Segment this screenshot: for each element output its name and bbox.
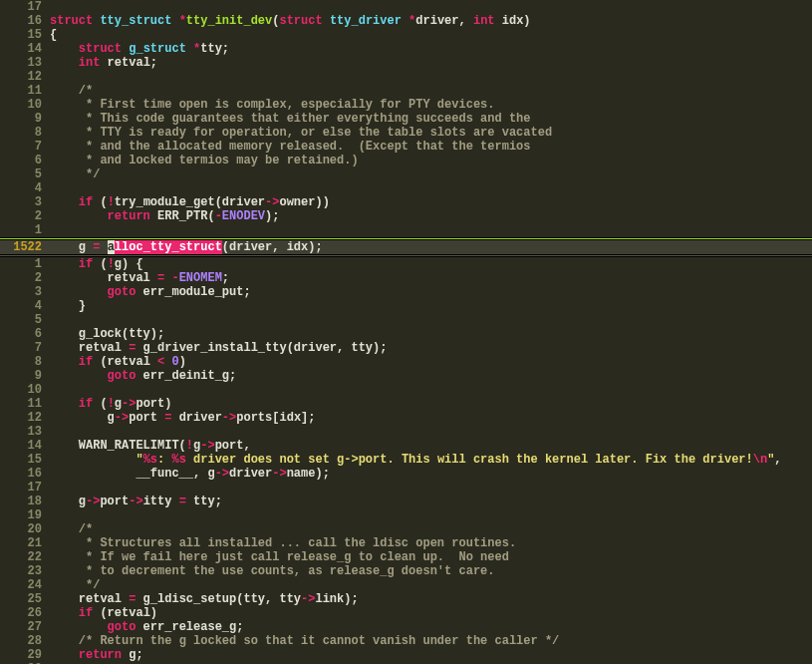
token-cmt: * to decrement the use counts, as releas… [79, 564, 495, 578]
code-line[interactable]: 26 if (retval) [0, 606, 812, 620]
code-content[interactable]: g->port = driver->ports[idx]; [50, 411, 812, 425]
code-line[interactable]: 15 "%s: %s driver does not set g->port. … [0, 453, 812, 467]
code-content[interactable]: */ [50, 578, 812, 592]
code-content[interactable]: * This code guarantees that either every… [50, 112, 812, 126]
code-content[interactable]: { [50, 28, 812, 42]
code-line[interactable]: 1522 g = alloc_tty_struct(driver, idx); [0, 240, 812, 254]
code-content[interactable]: } [50, 299, 812, 313]
code-line[interactable]: 5 [0, 313, 812, 327]
code-line[interactable]: 23 * to decrement the use counts, as rel… [0, 564, 812, 578]
code-content[interactable]: * TTY is ready for operation, or else th… [50, 126, 812, 140]
code-line[interactable]: 20 /* [0, 522, 812, 536]
code-content[interactable]: retval = g_ldisc_setup(tty, tty->link); [50, 592, 812, 606]
code-content[interactable]: /* Return the g locked so that it cannot… [50, 634, 812, 648]
code-line[interactable]: 28 /* Return the g locked so that it can… [0, 634, 812, 648]
code-content[interactable]: goto err_deinit_g; [50, 369, 812, 383]
code-line[interactable]: 10 [0, 383, 812, 397]
code-line[interactable]: 4 [0, 181, 812, 195]
code-line[interactable]: 17 [0, 0, 812, 14]
code-line[interactable]: 27 goto err_release_g; [0, 620, 812, 634]
code-content[interactable] [50, 0, 812, 14]
code-content[interactable] [50, 508, 812, 522]
code-content[interactable]: g_lock(tty); [50, 327, 812, 341]
code-line[interactable]: 11 /* [0, 84, 812, 98]
token-id [50, 536, 79, 550]
code-content[interactable]: struct g_struct *tty; [50, 42, 812, 56]
code-line[interactable]: 18 g->port->itty = tty; [0, 495, 812, 508]
code-content[interactable]: if (retval) [50, 606, 812, 620]
code-line[interactable]: 25 retval = g_ldisc_setup(tty, tty->link… [0, 592, 812, 606]
code-content[interactable]: return ERR_PTR(-ENODEV); [50, 209, 812, 223]
code-line[interactable]: 10 * First time open is complex, especia… [0, 98, 812, 112]
code-line[interactable]: 6 g_lock(tty); [0, 327, 812, 341]
token-id: g; [122, 648, 143, 662]
code-line[interactable]: 3 goto err_module_put; [0, 285, 812, 299]
code-line[interactable]: 14 WARN_RATELIMIT(!g->port, [0, 439, 812, 453]
code-content[interactable] [50, 181, 812, 195]
code-content[interactable]: if (!g->port) [50, 397, 812, 411]
code-content[interactable]: __func__, g->driver->name); [50, 467, 812, 481]
code-line[interactable]: 5 */ [0, 167, 812, 181]
token-id: g [115, 397, 122, 411]
code-line[interactable]: 6 * and locked termios may be retained.) [0, 154, 812, 167]
code-content[interactable]: retval = -ENOMEM; [50, 271, 812, 285]
code-line[interactable]: 3 if (!try_module_get(driver->owner)) [0, 195, 812, 209]
code-line[interactable]: 11 if (!g->port) [0, 397, 812, 411]
code-content[interactable]: * and the allocated memory released. (Ex… [50, 140, 812, 154]
code-line[interactable]: 19 [0, 508, 812, 522]
code-line[interactable]: 14 struct g_struct *tty; [0, 42, 812, 56]
code-content[interactable]: * First time open is complex, especially… [50, 98, 812, 112]
code-line[interactable]: 13 [0, 425, 812, 439]
code-content[interactable]: /* [50, 84, 812, 98]
code-content[interactable] [50, 481, 812, 495]
code-line[interactable]: 16 __func__, g->driver->name); [0, 467, 812, 481]
code-line[interactable]: 9 * This code guarantees that either eve… [0, 112, 812, 126]
code-content[interactable] [50, 313, 812, 327]
code-content[interactable]: * to decrement the use counts, as releas… [50, 564, 812, 578]
code-content[interactable]: g = alloc_tty_struct(driver, idx); [50, 240, 812, 254]
code-line[interactable]: 22 * If we fail here just call release_g… [0, 550, 812, 564]
code-line[interactable]: 7 * and the allocated memory released. (… [0, 140, 812, 154]
code-content[interactable]: if (!try_module_get(driver->owner)) [50, 195, 812, 209]
code-line[interactable]: 8 if (retval < 0) [0, 355, 812, 369]
code-line[interactable]: 15{ [0, 28, 812, 42]
code-content[interactable]: WARN_RATELIMIT(!g->port, [50, 439, 812, 453]
code-line[interactable]: 1 [0, 223, 812, 237]
code-content[interactable]: struct tty_struct *tty_init_dev(struct t… [50, 14, 812, 28]
code-content[interactable]: * Structures all installed ... call the … [50, 536, 812, 550]
code-content[interactable] [50, 70, 812, 84]
code-line[interactable]: 24 */ [0, 578, 812, 592]
code-line[interactable]: 7 retval = g_driver_install_tty(driver, … [0, 341, 812, 355]
code-content[interactable]: * If we fail here just call release_g to… [50, 550, 812, 564]
code-content[interactable]: return g; [50, 648, 812, 662]
code-editor[interactable]: 1716struct tty_struct *tty_init_dev(stru… [0, 0, 812, 664]
code-content[interactable]: goto err_module_put; [50, 285, 812, 299]
code-line[interactable]: 12 [0, 70, 812, 84]
code-line[interactable]: 13 int retval; [0, 56, 812, 70]
code-content[interactable]: retval = g_driver_install_tty(driver, tt… [50, 341, 812, 355]
code-content[interactable]: /* [50, 522, 812, 536]
code-content[interactable]: if (retval < 0) [50, 355, 812, 369]
code-content[interactable]: int retval; [50, 56, 812, 70]
code-line[interactable]: 1 if (!g) { [0, 257, 812, 271]
code-content[interactable]: goto err_release_g; [50, 620, 812, 634]
code-line[interactable]: 2 retval = -ENOMEM; [0, 271, 812, 285]
code-line[interactable]: 16struct tty_struct *tty_init_dev(struct… [0, 14, 812, 28]
code-content[interactable]: * and locked termios may be retained.) [50, 154, 812, 167]
code-content[interactable]: "%s: %s driver does not set g->port. Thi… [50, 453, 812, 467]
code-line[interactable]: 4 } [0, 299, 812, 313]
code-content[interactable]: */ [50, 167, 812, 181]
code-line[interactable]: 29 return g; [0, 648, 812, 662]
code-content[interactable] [50, 425, 812, 439]
code-content[interactable]: if (!g) { [50, 257, 812, 271]
code-content[interactable]: g->port->itty = tty; [50, 495, 812, 508]
token-op: * [179, 14, 186, 28]
code-content[interactable] [50, 383, 812, 397]
code-line[interactable]: 17 [0, 481, 812, 495]
code-line[interactable]: 2 return ERR_PTR(-ENODEV); [0, 209, 812, 223]
code-line[interactable]: 8 * TTY is ready for operation, or else … [0, 126, 812, 140]
code-line[interactable]: 12 g->port = driver->ports[idx]; [0, 411, 812, 425]
code-content[interactable] [50, 223, 812, 237]
code-line[interactable]: 9 goto err_deinit_g; [0, 369, 812, 383]
code-line[interactable]: 21 * Structures all installed ... call t… [0, 536, 812, 550]
